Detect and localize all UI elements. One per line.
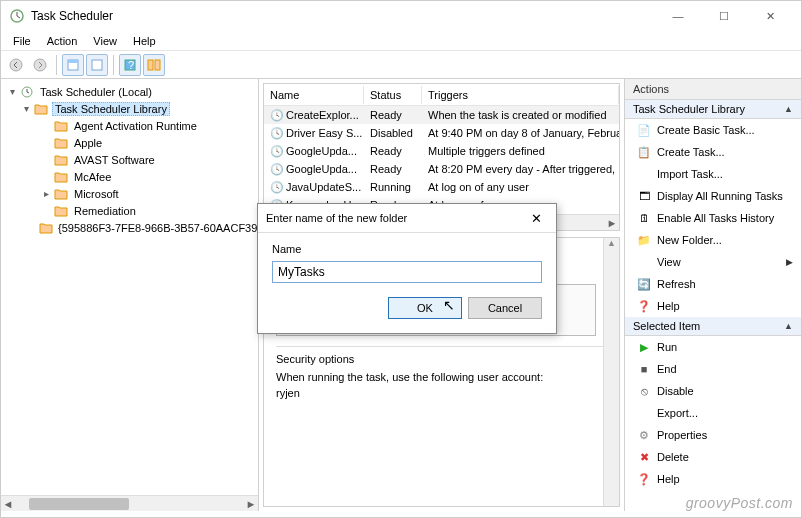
tree-pane: ▾ Task Scheduler (Local) ▾ Task Schedule… [1, 79, 259, 511]
clock-icon: 🕓 [270, 163, 284, 176]
svg-line-14 [27, 92, 29, 93]
tree-hscrollbar[interactable]: ◄► [1, 495, 258, 511]
toolbar-pane-icon[interactable] [143, 54, 165, 76]
col-status[interactable]: Status [364, 86, 422, 104]
svg-line-2 [17, 16, 20, 18]
task-list-header: Name Status Triggers [264, 84, 619, 106]
action-item[interactable]: ❓Help [625, 295, 801, 317]
tree-item[interactable]: AVAST Software [3, 151, 256, 168]
folder-icon [53, 136, 69, 150]
folder-icon [53, 119, 69, 133]
tree-item[interactable]: ▸Microsoft [3, 185, 256, 202]
tree-item[interactable]: McAfee [3, 168, 256, 185]
action-icon: ❓ [635, 473, 653, 486]
actions-group-library[interactable]: Task Scheduler Library▲ [625, 100, 801, 119]
tree-library[interactable]: ▾ Task Scheduler Library [3, 100, 256, 117]
action-icon: 📋 [635, 146, 653, 159]
svg-rect-10 [148, 60, 153, 70]
toolbar: ? [1, 51, 801, 79]
task-row[interactable]: 🕓Driver Easy S...DisabledAt 9:40 PM on d… [264, 124, 619, 142]
tree-item[interactable]: Remediation [3, 202, 256, 219]
folder-icon [53, 153, 69, 167]
action-item[interactable]: View▶ [625, 251, 801, 273]
action-icon: ⚙ [635, 429, 653, 442]
toolbar-refresh-icon[interactable] [86, 54, 108, 76]
svg-point-3 [10, 59, 22, 71]
minimize-button[interactable]: — [655, 1, 701, 31]
clock-icon: 🕓 [270, 181, 284, 194]
detail-vscrollbar[interactable]: ▲ [603, 238, 619, 506]
action-item[interactable]: 📋Create Task... [625, 141, 801, 163]
submenu-arrow-icon: ▶ [786, 257, 793, 267]
action-icon: 🔄 [635, 278, 653, 291]
dialog-name-label: Name [272, 243, 542, 255]
folder-icon [53, 187, 69, 201]
action-item[interactable]: Import Task... [625, 163, 801, 185]
folder-icon [53, 204, 69, 218]
actions-group-selected[interactable]: Selected Item▲ [625, 317, 801, 336]
window-titlebar: Task Scheduler — ☐ ✕ [1, 1, 801, 31]
action-item[interactable]: Export... [625, 402, 801, 424]
chevron-up-icon: ▲ [784, 104, 793, 114]
task-row[interactable]: 🕓JavaUpdateS...RunningAt log on of any u… [264, 178, 619, 196]
svg-rect-11 [155, 60, 160, 70]
action-item[interactable]: 🔄Refresh [625, 273, 801, 295]
security-options-label: Security options [276, 353, 607, 365]
action-icon: 📄 [635, 124, 653, 137]
menu-help[interactable]: Help [125, 33, 164, 49]
menu-action[interactable]: Action [39, 33, 86, 49]
action-item[interactable]: ✖Delete [625, 446, 801, 468]
folder-icon [39, 221, 53, 235]
action-item[interactable]: 📁New Folder... [625, 229, 801, 251]
task-row[interactable]: 🕓CreateExplor...ReadyWhen the task is cr… [264, 106, 619, 124]
action-icon: 📁 [635, 234, 653, 247]
col-name[interactable]: Name [264, 86, 364, 104]
tree-root[interactable]: ▾ Task Scheduler (Local) [3, 83, 256, 100]
action-item[interactable]: ⚙Properties [625, 424, 801, 446]
folder-name-input[interactable] [272, 261, 542, 283]
action-item[interactable]: ⦸Disable [625, 380, 801, 402]
col-triggers[interactable]: Triggers [422, 86, 619, 104]
action-item[interactable]: 🗓Enable All Tasks History [625, 207, 801, 229]
action-icon: ■ [635, 363, 653, 375]
collapse-icon[interactable]: ▾ [19, 103, 33, 114]
dialog-close-button[interactable]: ✕ [524, 211, 548, 226]
new-folder-dialog: Enter name of the new folder ✕ Name OK C… [257, 203, 557, 334]
action-item[interactable]: ■End [625, 358, 801, 380]
tree-item[interactable]: Apple [3, 134, 256, 151]
svg-point-4 [34, 59, 46, 71]
cancel-button[interactable]: Cancel [468, 297, 542, 319]
action-icon: ✖ [635, 451, 653, 464]
tree-item[interactable]: Agent Activation Runtime [3, 117, 256, 134]
ok-button[interactable]: OK [388, 297, 462, 319]
back-button[interactable] [5, 54, 27, 76]
watermark: groovyPost.com [686, 495, 793, 511]
svg-text:?: ? [128, 59, 134, 71]
app-icon [9, 8, 25, 24]
close-button[interactable]: ✕ [747, 1, 793, 31]
security-account-text: When running the task, use the following… [276, 371, 607, 383]
action-icon: ❓ [635, 300, 653, 313]
tree-item[interactable]: {595886F3-7FE8-966B-3B57-60AACF398 [3, 219, 256, 236]
toolbar-help-icon[interactable]: ? [119, 54, 141, 76]
task-row[interactable]: 🕓GoogleUpda...ReadyAt 8:20 PM every day … [264, 160, 619, 178]
menubar: File Action View Help [1, 31, 801, 51]
action-item[interactable]: 🗔Display All Running Tasks [625, 185, 801, 207]
action-icon: ▶ [635, 341, 653, 354]
security-user: ryjen [276, 387, 607, 399]
menu-file[interactable]: File [5, 33, 39, 49]
action-item[interactable]: ▶Run [625, 336, 801, 358]
expand-icon[interactable]: ▸ [39, 188, 53, 199]
menu-view[interactable]: View [85, 33, 125, 49]
action-item[interactable]: ❓Help [625, 468, 801, 490]
maximize-button[interactable]: ☐ [701, 1, 747, 31]
action-icon: 🗔 [635, 190, 653, 202]
action-item[interactable]: 📄Create Basic Task... [625, 119, 801, 141]
toolbar-scope-icon[interactable] [62, 54, 84, 76]
clock-icon: 🕓 [270, 145, 284, 158]
forward-button[interactable] [29, 54, 51, 76]
task-row[interactable]: 🕓GoogleUpda...ReadyMultiple triggers def… [264, 142, 619, 160]
action-icon: ⦸ [635, 385, 653, 398]
dialog-title: Enter name of the new folder [266, 212, 407, 224]
collapse-icon[interactable]: ▾ [5, 86, 19, 97]
